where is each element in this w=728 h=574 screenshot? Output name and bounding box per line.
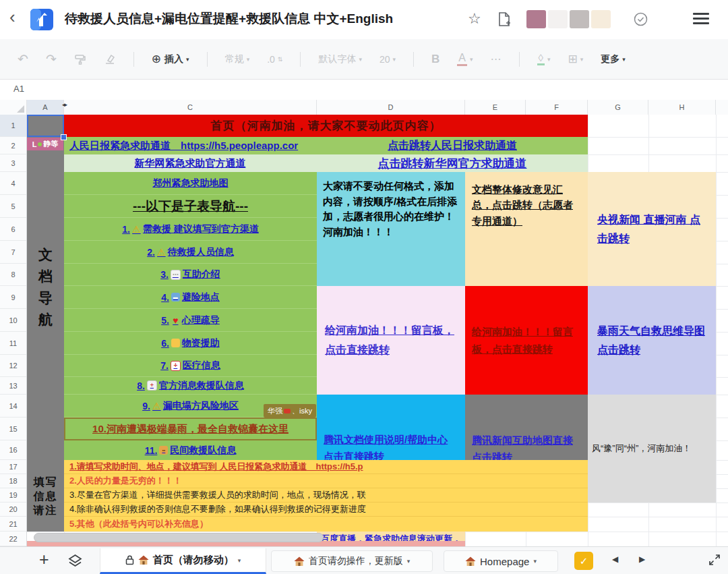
font-color-button[interactable]: A▾ — [457, 52, 473, 66]
hidden-column-marker[interactable]: ◂▸ — [62, 101, 67, 108]
nav-item-7-link[interactable]: 7.医疗信息 — [64, 355, 317, 377]
avatar[interactable] — [526, 10, 546, 28]
nav-item-5-link[interactable]: 5.心理疏导 — [64, 309, 317, 332]
xinhua-jump-link[interactable]: 点击跳转新华网官方求助通道 — [317, 154, 588, 172]
mindmap-link-cell[interactable]: 暴雨天气自救思维导图 点击跳转 — [588, 286, 716, 395]
nav-item-num: 1. — [122, 224, 130, 235]
avatar[interactable] — [591, 10, 611, 28]
new-page-icon[interactable] — [497, 11, 512, 28]
row-number[interactable]: 6 — [0, 218, 26, 241]
cctv-live-link-cell[interactable]: 央视新闻 直播河南 点击跳转 — [588, 172, 716, 286]
column-header-D[interactable]: D — [317, 100, 465, 115]
redo-icon[interactable]: ↷ — [46, 51, 57, 67]
row-number[interactable]: 5 — [0, 195, 26, 218]
nav-item-10-link[interactable]: 10.河南遭遇极端暴雨，最全自救锦囊在这里 — [64, 418, 317, 440]
nav-item-8-link[interactable]: 8.官方消息救援队信息 — [64, 377, 317, 395]
feedback-link-cell[interactable]: 文档整体修改意见汇总，点击跳转（志愿者专用通道） — [465, 172, 588, 286]
row-number[interactable]: 21 — [0, 517, 26, 532]
nav-item-num: 11. — [145, 445, 158, 456]
row-number[interactable]: 17 — [0, 460, 26, 474]
sheet-list-icon[interactable] — [67, 554, 83, 571]
column-header-F[interactable]: F — [526, 100, 588, 115]
more-format-icon[interactable]: ⋯ — [491, 53, 502, 65]
nav-item-label: 物资援助 — [182, 337, 220, 349]
people-daily-jump-link[interactable]: 点击跳转人民日报求助通道 — [317, 137, 588, 154]
people-daily-channel-link[interactable]: 人民日报紧急求助通道 https://h5.peopleapp.cor — [64, 137, 316, 154]
warning-icon — [132, 225, 141, 233]
prev-sheet-icon[interactable]: ◀ — [612, 554, 618, 564]
row-number[interactable]: 14 — [0, 395, 26, 418]
row-number[interactable]: 8 — [0, 264, 26, 286]
column-header-C[interactable]: C — [64, 100, 317, 115]
cell-name-box[interactable]: A1 — [13, 84, 24, 94]
nav-item-11-link[interactable]: 11.民间救援队信息 — [64, 440, 317, 460]
tab-home-updated[interactable]: 首页请勿操作，更新版 ▾ — [271, 550, 433, 572]
font-dropdown[interactable]: 默认字体▾ — [318, 53, 362, 65]
insert-button[interactable]: ⊕ 插入 ▾ — [152, 52, 189, 66]
row-number[interactable]: 10 — [0, 309, 26, 332]
xinhua-channel-link[interactable]: 新华网紧急求助官方通道 — [64, 154, 316, 172]
row-number[interactable]: 12 — [0, 355, 26, 377]
column-header-H[interactable]: H — [648, 100, 716, 115]
number-format-dropdown[interactable]: 常规▾ — [225, 53, 250, 65]
cell-fill-note[interactable]: 填写信息请注 — [27, 460, 64, 532]
column-header-E[interactable]: E — [465, 100, 526, 115]
expand-icon[interactable] — [708, 553, 721, 569]
tab-homepage[interactable]: Homepage ▾ — [444, 550, 558, 572]
nav-item-6-link[interactable]: 6.物资援助 — [64, 332, 317, 355]
home-banner-cell[interactable]: 首页（河南加油，请大家不要动此页内容） — [64, 115, 588, 137]
fill-handle[interactable] — [61, 134, 67, 140]
tab-caret-icon[interactable]: ▾ — [407, 558, 411, 565]
clear-format-icon[interactable] — [104, 53, 116, 65]
row-number[interactable]: 20 — [0, 503, 26, 517]
row-number[interactable]: 13 — [0, 377, 26, 395]
collaborator-badge-prefix: L — [32, 140, 37, 148]
message-board-pink-cell[interactable]: 给河南加油！！！留言板，点击直接跳转 — [317, 286, 465, 395]
row-number[interactable]: 4 — [0, 172, 26, 195]
star-icon[interactable]: ☆ — [468, 10, 481, 28]
nav-zhengzhou-map-link[interactable]: 郑州紧急求助地图 — [64, 172, 317, 195]
row-number[interactable]: 22 — [0, 532, 26, 546]
format-painter-icon[interactable] — [74, 53, 86, 65]
row-number[interactable]: 2 — [0, 137, 26, 154]
bold-button[interactable]: B — [431, 53, 439, 66]
row-number[interactable]: 16 — [0, 440, 26, 460]
column-header-G[interactable]: G — [588, 100, 648, 115]
add-sheet-button[interactable]: + — [39, 550, 49, 569]
avatar[interactable] — [570, 10, 589, 28]
back-chevron-icon[interactable]: ‹ — [9, 8, 16, 26]
row-number[interactable]: 11 — [0, 332, 26, 355]
row-number[interactable]: 1 — [0, 115, 26, 137]
font-size-dropdown[interactable]: 20▾ — [380, 54, 396, 65]
menu-icon[interactable] — [693, 13, 709, 26]
row-number[interactable]: 9 — [0, 286, 26, 309]
borders-button[interactable]: ⊞▾ — [568, 52, 583, 66]
cell-doc-nav[interactable]: 文档导航 — [27, 115, 64, 460]
next-sheet-icon[interactable]: ▶ — [639, 554, 645, 564]
fill-color-button[interactable]: ◊▾ — [537, 53, 551, 66]
row-number[interactable]: 15 — [0, 418, 26, 440]
row-xinhua: 新华网紧急求助官方通道 点击跳转新华网官方求助通道 — [64, 154, 588, 172]
nav-item-2-link[interactable]: 2.待救援人员信息 — [64, 241, 317, 264]
row-number[interactable]: 3 — [0, 154, 26, 172]
more-button[interactable]: 更多▾ — [601, 53, 626, 65]
avatar[interactable] — [548, 10, 568, 28]
nav-item-3-link[interactable]: 3.互助介绍 — [64, 264, 317, 286]
nav-item-4-link[interactable]: 4.避险地点 — [64, 286, 317, 309]
tencent-docs-logo[interactable] — [30, 7, 54, 32]
undo-icon[interactable]: ↶ — [18, 51, 28, 67]
nav-item-1-link[interactable]: 1.需救援 建议填写到官方渠道 — [64, 218, 317, 241]
tab-caret-icon[interactable]: ▾ — [238, 557, 241, 564]
row-number[interactable]: 7 — [0, 241, 26, 264]
row-number[interactable]: 18 — [0, 474, 26, 488]
row-number[interactable]: 19 — [0, 488, 26, 503]
decimal-icon[interactable]: .0⇅ — [267, 54, 282, 65]
select-all-corner[interactable] — [0, 100, 27, 115]
format-notice-cell[interactable]: 大家请不要动任何格式，添加内容，请按顺序/格式在后排添加，志愿者很用心的在维护！… — [317, 172, 465, 286]
horizontal-scrollbar[interactable] — [34, 533, 324, 542]
tab-caret-icon[interactable]: ▾ — [533, 558, 537, 565]
tab-home-locked[interactable]: 首页（请勿移动） ▾ — [100, 548, 266, 574]
column-header-A[interactable]: A — [27, 100, 64, 115]
message-board-red-cell[interactable]: 给河南加油！！！留言板，点击直接跳转 — [465, 286, 588, 395]
tab-checklist[interactable]: ✓ — [574, 552, 593, 570]
